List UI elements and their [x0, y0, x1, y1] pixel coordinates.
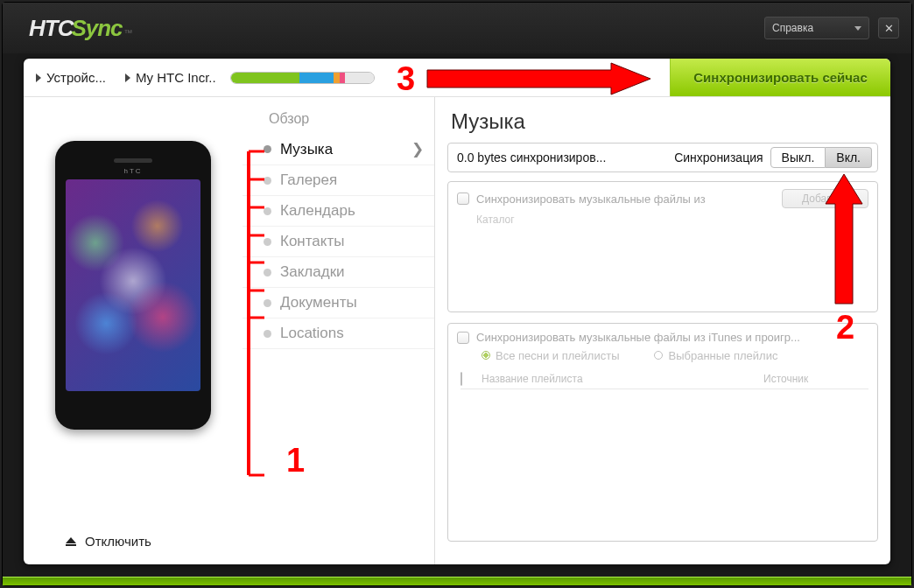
- radio-icon: [482, 351, 490, 360]
- content-panel: Музыка 0.0 bytes синхронизиров... Синхро…: [435, 97, 890, 564]
- nav-item-закладки[interactable]: Закладки: [243, 257, 434, 288]
- nav-item-label: Музыка: [280, 141, 333, 158]
- status-row: 0.0 bytes синхронизиров... Синхронизация…: [447, 143, 878, 172]
- col-playlist-name: Название плейлиста: [482, 373, 763, 385]
- radio-all-songs[interactable]: Все песни и плейлисты: [482, 349, 619, 362]
- brand-htc: HTC: [29, 15, 73, 42]
- chevron-right-icon: ❯: [411, 140, 424, 158]
- brand-logo: HTC Sync ™: [29, 15, 133, 42]
- nav-item-галерея[interactable]: Галерея: [243, 165, 434, 196]
- left-panel: hTC Обзор Музыка❯ГалереяКалендарьКонтакт…: [24, 97, 435, 564]
- nav-item-контакты[interactable]: Контакты: [243, 227, 434, 257]
- storage-segment: [231, 73, 299, 83]
- main-window: Устройс... My HTC Incr.. Синхронизироват…: [24, 59, 890, 564]
- content-title: Музыка: [447, 106, 878, 143]
- sync-itunes-section: Синхронизировать музыкальные файлы из iT…: [447, 323, 878, 542]
- sync-now-button[interactable]: Синхронизировать сейчас: [670, 59, 890, 96]
- chevron-down-icon: [854, 26, 861, 31]
- storage-segment: [345, 73, 374, 83]
- sync-label: Синхронизация: [674, 150, 763, 164]
- chevron-right-icon: [36, 74, 41, 82]
- chevron-right-icon: [125, 74, 130, 82]
- nav-item-документы[interactable]: Документы: [243, 288, 434, 318]
- nav-item-label: Галерея: [280, 172, 337, 189]
- help-label: Справка: [772, 22, 813, 34]
- nav-item-музыка[interactable]: Музыка❯: [243, 134, 434, 165]
- nav-item-locations[interactable]: Locations: [243, 318, 434, 349]
- overview-label[interactable]: Обзор: [243, 104, 434, 134]
- radio-selected-playlists[interactable]: Выбранные плейлис: [654, 349, 777, 362]
- status-text: 0.0 bytes синхронизиров...: [457, 150, 667, 164]
- nav-item-label: Locations: [280, 325, 344, 342]
- help-menu[interactable]: Справка: [764, 17, 869, 39]
- bullet-icon: [264, 177, 271, 185]
- close-icon: ✕: [884, 22, 894, 35]
- bullet-icon: [264, 299, 271, 307]
- top-bar: Устройс... My HTC Incr.. Синхронизироват…: [24, 59, 890, 97]
- bullet-icon: [264, 145, 271, 153]
- bullet-icon: [264, 269, 271, 276]
- bullet-icon: [264, 330, 271, 338]
- bullet-icon: [264, 207, 271, 215]
- close-button[interactable]: ✕: [878, 18, 899, 38]
- phone-image: hTC: [55, 141, 211, 430]
- storage-bar: [230, 72, 375, 84]
- select-all-checkbox[interactable]: [461, 372, 462, 386]
- brand-sync: Sync: [71, 15, 122, 42]
- sync-files-section: Синхронизировать музыкальные файлы из До…: [447, 181, 878, 312]
- sync-itunes-label: Синхронизировать музыкальные файлы из iT…: [476, 331, 868, 344]
- add-button[interactable]: Добавить: [782, 189, 868, 208]
- sync-files-label: Синхронизировать музыкальные файлы из: [476, 192, 706, 206]
- nav-item-label: Календарь: [280, 202, 355, 220]
- playlist-table-body: [457, 389, 868, 529]
- nav-item-label: Документы: [280, 294, 357, 312]
- nav-item-календарь[interactable]: Календарь: [243, 196, 434, 227]
- storage-segment: [299, 73, 334, 83]
- catalog-label: Каталог: [476, 214, 868, 226]
- sync-itunes-checkbox[interactable]: [457, 332, 469, 344]
- radio-icon: [654, 351, 663, 360]
- breadcrumb-item-1[interactable]: Устройс...: [24, 70, 113, 85]
- title-bar: HTC Sync ™ Справка ✕: [3, 3, 911, 53]
- breadcrumb-item-2[interactable]: My HTC Incr..: [113, 70, 223, 85]
- col-source: Источник: [763, 373, 868, 385]
- brand-tm: ™: [124, 28, 133, 38]
- sync-files-checkbox[interactable]: [457, 192, 469, 205]
- nav-list: Обзор Музыка❯ГалереяКалендарьКонтактыЗак…: [243, 97, 434, 520]
- sync-toggle-off[interactable]: Выкл.: [770, 147, 826, 168]
- playlist-table-header: Название плейлиста Источник: [461, 369, 868, 389]
- sync-toggle-on[interactable]: Вкл.: [826, 147, 872, 168]
- breadcrumb: Устройс... My HTC Incr..: [24, 59, 223, 96]
- nav-item-label: Контакты: [280, 233, 344, 250]
- disconnect-button[interactable]: Отключить: [66, 520, 151, 564]
- bullet-icon: [264, 238, 271, 246]
- device-preview: hTC: [24, 97, 243, 520]
- nav-item-label: Закладки: [280, 263, 345, 281]
- eject-icon: [66, 537, 76, 546]
